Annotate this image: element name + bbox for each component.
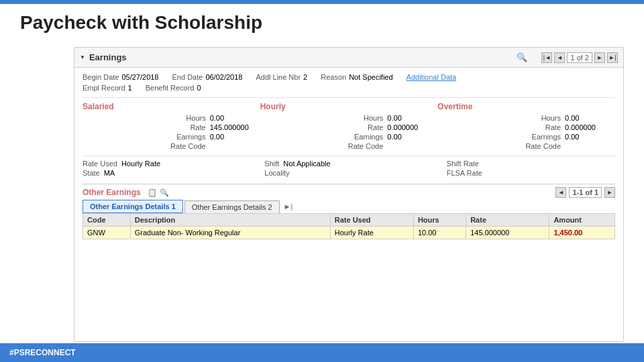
other-earnings-tabs: Other Earnings Details 1 Other Earnings … [83,200,615,213]
panel-body: Begin Date 05/27/2018 End Date 06/02/201… [74,68,623,245]
footer-text: #PSRECONNECT [9,348,76,357]
flsa-rate-row: FLSA Rate [447,169,615,177]
additional-data-link[interactable]: Additional Data [407,73,457,81]
empl-record-value: 1 [128,84,132,92]
overtime-title: Overtime [437,102,608,111]
shift-label: Shift [264,160,279,168]
overtime-hours-value: 0.00 [565,114,608,122]
col-amount: Amount [549,214,615,227]
addl-line-group: Addl Line Nbr 2 [256,73,307,81]
search-oe-icon[interactable]: 🔍 [160,188,169,197]
shift-rate-row: Shift Rate [447,160,615,168]
other-earnings-title: Other Earnings [83,188,141,197]
salaried-col: Salaried Hours 0.00 Rate 145.000000 Earn… [83,102,260,152]
bottom-bar: #PSRECONNECT [0,343,644,362]
overtime-hours-row: Hours 0.00 [437,114,608,122]
locality-label: Locality [264,169,289,177]
salaried-earnings-label: Earnings [169,133,206,141]
col-code: Code [83,214,131,227]
end-date-value: 06/02/2018 [205,73,242,81]
salaried-rate-value: 145.000000 [210,123,254,131]
nav-next-btn[interactable]: ► [594,52,605,63]
rate-col-3: Shift Rate FLSA Rate [447,160,615,178]
collapse-icon[interactable]: ▼ [80,54,85,60]
overtime-ratecode-value [565,142,608,150]
nav-controls: |◄ ◄ 1 of 2 ► ►| [541,52,618,63]
overtime-rate-value: 0.000000 [565,123,608,131]
addl-line-value: 2 [303,73,307,81]
col-description: Description [130,214,330,227]
state-row: State MA [83,169,251,177]
reason-group: Reason Not Specified [321,73,392,81]
overtime-ratecode-row: Rate Code [437,142,608,150]
end-date-label: End Date [172,73,203,81]
salaried-ratecode-label: Rate Code [169,142,206,150]
insert-row-icon[interactable]: 📋 [148,188,157,197]
rate-used-label: Rate Used [83,160,117,168]
hourly-hours-row: Hours 0.00 [260,114,431,122]
salaried-title: Salaried [83,102,254,111]
shift-value: Not Applicable [283,160,330,168]
shift-rate-label: Shift Rate [447,160,479,168]
tab-other-earnings-details-1[interactable]: Other Earnings Details 1 [83,200,183,213]
col-hours: Hours [413,214,466,227]
panel-header: ▼ Earnings 🔍 |◄ ◄ 1 of 2 ► ►| [74,48,623,68]
salaried-earnings-value: 0.00 [210,133,254,141]
other-earnings-header: Other Earnings 📋 🔍 ◄ 1-1 of 1 ► [83,184,615,200]
state-value: MA [104,169,115,177]
cell-rate-used: Hourly Rate [330,227,413,239]
oe-nav-prev-btn[interactable]: ◄ [555,187,566,198]
hourly-earnings-row: Earnings 0.00 [260,133,431,141]
cell-code: GNW [83,227,131,239]
panel-header-left: ▼ Earnings [80,52,127,62]
tab-next-icon[interactable]: ►| [281,201,296,212]
salaried-hours-row: Hours 0.00 [83,114,254,122]
overtime-rate-row: Rate 0.000000 [437,123,608,131]
nav-last-btn[interactable]: ►| [607,52,618,63]
hourly-ratecode-value [387,142,431,150]
col-rate: Rate [466,214,549,227]
tab-other-earnings-details-2[interactable]: Other Earnings Details 2 [184,200,280,213]
overtime-rate-label: Rate [524,123,561,131]
hourly-earnings-value: 0.00 [387,133,431,141]
overtime-hours-label: Hours [524,114,561,122]
oe-header-left: Other Earnings 📋 🔍 [83,188,169,197]
overtime-ratecode-label: Rate Code [524,142,561,150]
nav-first-btn[interactable]: |◄ [541,52,552,63]
hourly-col: Hourly Hours 0.00 Rate 0.000000 Earnings… [260,102,438,152]
salaried-rate-row: Rate 145.000000 [83,123,254,131]
nav-page: 1 of 2 [567,52,592,63]
table-row: GNW Graduate Non- Working Regular Hourly… [83,227,615,239]
rate-used-row: Rate Used Hourly Rate [83,160,251,168]
overtime-earnings-row: Earnings 0.00 [437,133,608,141]
rate-info-section: Rate Used Hourly Rate State MA Shift Not… [83,156,615,178]
addl-line-label: Addl Line Nbr [256,73,301,81]
col-rate-used: Rate Used [330,214,413,227]
hourly-hours-label: Hours [346,114,383,122]
reason-value: Not Specified [349,73,392,81]
benefit-record-label: Benefit Record [146,84,195,92]
locality-row: Locality [264,169,433,177]
overtime-earnings-value: 0.00 [565,133,608,141]
hourly-title: Hourly [260,102,431,111]
other-earnings-section: Other Earnings 📋 🔍 ◄ 1-1 of 1 ► Other Ea… [83,184,615,239]
rate-used-value: Hourly Rate [121,160,160,168]
other-earnings-table: Code Description Rate Used Hours Rate Am… [83,213,615,239]
nav-prev-btn[interactable]: ◄ [554,52,565,63]
panel-title: Earnings [89,52,127,62]
top-bar [0,0,644,4]
begin-date-group: Begin Date 05/27/2018 [83,73,159,81]
cell-amount: 1,450.00 [549,227,615,239]
search-icon[interactable]: 🔍 [517,52,527,62]
empl-record-label: Empl Record [83,84,125,92]
table-header-row: Code Description Rate Used Hours Rate Am… [83,214,615,227]
hourly-earnings-label: Earnings [346,133,383,141]
state-label: State [83,169,100,177]
hourly-rate-label: Rate [346,123,383,131]
oe-nav-next-btn[interactable]: ► [604,187,615,198]
empl-record-group: Empl Record 1 [83,84,132,92]
rate-col-2: Shift Not Applicable Locality [264,160,433,178]
hourly-rate-value: 0.000000 [387,123,431,131]
salaried-rate-label: Rate [169,123,206,131]
benefit-record-group: Benefit Record 0 [146,84,201,92]
